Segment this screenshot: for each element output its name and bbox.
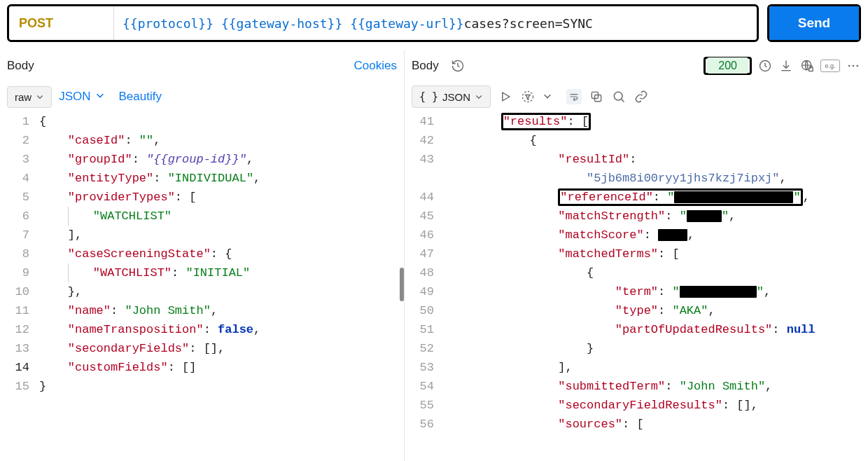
globe-lock-icon[interactable] (799, 58, 815, 74)
splitter-handle[interactable] (400, 268, 404, 301)
referenceid-highlight: "referenceId": "" (558, 188, 802, 206)
filter-funnel-icon[interactable] (520, 89, 536, 104)
svg-point-5 (857, 65, 859, 67)
response-body-viewer[interactable]: 41 "results": [ 42 { 43 "resultId": "5jb… (405, 112, 868, 461)
play-icon[interactable] (498, 89, 513, 104)
request-body-editor[interactable]: 1{ 2 "caseId": "", 3 "groupId": "{{group… (0, 112, 404, 461)
svg-point-10 (614, 92, 622, 100)
url-suffix: cases?screen=SYNC (464, 16, 593, 31)
status-code-pill: 200 (704, 57, 752, 75)
response-format-select[interactable]: { } JSON (412, 85, 491, 108)
wrap-lines-icon[interactable] (566, 89, 582, 104)
svg-point-4 (853, 65, 855, 67)
chevron-down-icon[interactable] (542, 91, 552, 103)
chevron-down-icon (95, 90, 105, 104)
chevron-down-icon (475, 91, 483, 103)
clock-icon[interactable] (757, 58, 773, 74)
method-url-group: POST {{protocol}} {{gateway-host}} {{gat… (7, 4, 759, 42)
raw-select[interactable]: raw (7, 86, 52, 108)
example-icon[interactable]: e.g. (820, 60, 840, 72)
send-button[interactable]: Send (769, 6, 859, 40)
response-body-tab[interactable]: Body (412, 59, 439, 73)
link-icon[interactable] (634, 89, 649, 104)
svg-marker-6 (503, 92, 510, 101)
http-method-select[interactable]: POST (9, 6, 114, 40)
svg-line-11 (621, 99, 624, 102)
beautify-button[interactable]: Beautify (119, 90, 162, 104)
results-key-highlight: "results": [ (501, 113, 591, 130)
send-button-wrap: Send (767, 4, 861, 42)
svg-point-3 (848, 65, 850, 67)
svg-point-7 (523, 92, 533, 102)
url-var-3: {{gateway-url}} (350, 16, 464, 31)
request-url-input[interactable]: {{protocol}} {{gateway-host}} {{gateway-… (114, 6, 757, 40)
history-icon[interactable] (450, 58, 465, 74)
url-var-2: {{gateway-host}} (221, 16, 342, 31)
url-var-1: {{protocol}} (122, 16, 214, 31)
chevron-down-icon (36, 91, 44, 103)
http-method-label: POST (19, 16, 53, 31)
search-icon[interactable] (611, 89, 626, 104)
more-icon[interactable] (846, 58, 861, 74)
request-body-tab[interactable]: Body (7, 59, 34, 73)
status-code: 200 (707, 57, 748, 74)
body-language-select[interactable]: JSON (59, 90, 104, 104)
download-icon[interactable] (778, 58, 794, 74)
copy-icon[interactable] (589, 89, 604, 104)
cookies-link[interactable]: Cookies (354, 59, 397, 73)
